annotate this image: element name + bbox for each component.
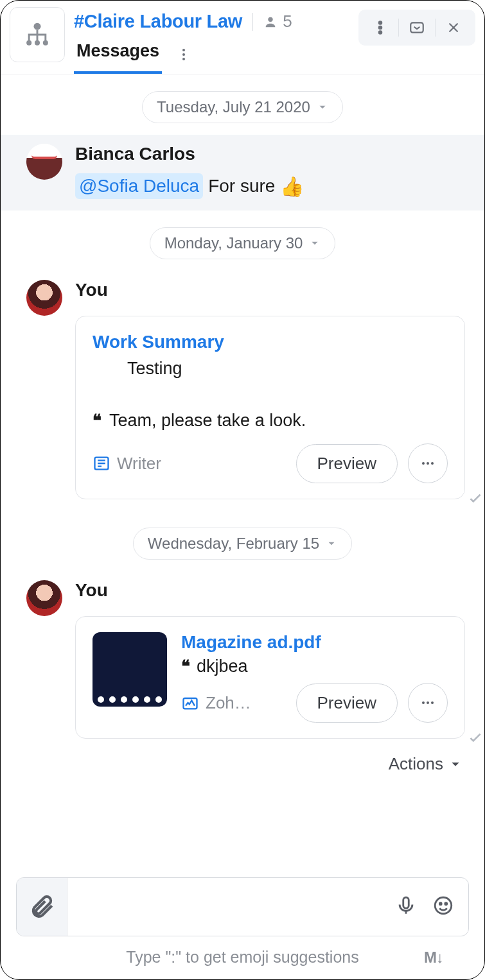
- attachment-more-button[interactable]: [408, 443, 448, 483]
- composer-area: Type ":" to get emoji suggestions M↓: [1, 877, 484, 979]
- svg-point-15: [431, 462, 434, 465]
- source-app-label[interactable]: Zoh…: [181, 693, 286, 713]
- avatar[interactable]: [26, 580, 62, 616]
- avatar[interactable]: [26, 144, 62, 180]
- vertical-dots-icon: [176, 47, 191, 62]
- markdown-toggle[interactable]: M↓: [424, 949, 443, 967]
- avatar[interactable]: [26, 280, 62, 316]
- person-icon: [263, 15, 278, 29]
- attachment-quote: ❝ dkjbea: [181, 657, 448, 676]
- preview-button[interactable]: Preview: [296, 444, 398, 483]
- voice-button[interactable]: [395, 895, 417, 919]
- date-label: Monday, January 30: [164, 234, 303, 252]
- horizontal-dots-icon: [420, 695, 436, 710]
- header-panel-button[interactable]: [399, 10, 435, 46]
- message-list: Tuesday, July 21 2020 Bianca Carlos @Sof…: [1, 74, 484, 877]
- smile-icon: [432, 895, 454, 916]
- svg-point-8: [379, 21, 382, 24]
- header-more-button[interactable]: [362, 10, 398, 46]
- attachment-quote: ❝ Team, please take a look.: [93, 411, 448, 431]
- close-button[interactable]: [436, 10, 472, 46]
- message-row: Bianca Carlos @Sofia Deluca For sure 👍: [1, 135, 484, 211]
- paperclip-icon: [28, 893, 55, 920]
- attachment-card: Magazine ad.pdf ❝ dkjbea Zoh… Preview: [75, 616, 465, 739]
- horizontal-dots-icon: [420, 456, 436, 471]
- member-count[interactable]: 5: [263, 12, 292, 31]
- org-hierarchy-icon: [23, 21, 51, 49]
- svg-point-4: [268, 17, 272, 21]
- thumbs-up-emoji: 👍: [280, 174, 304, 199]
- svg-point-1: [26, 40, 31, 46]
- zoho-app-icon: [181, 694, 199, 712]
- svg-point-10: [379, 31, 382, 33]
- source-app-label[interactable]: Writer: [93, 454, 286, 474]
- svg-point-3: [43, 40, 48, 46]
- attachment-line: Testing: [93, 359, 448, 379]
- date-label: Tuesday, July 21 2020: [157, 98, 310, 116]
- message-author[interactable]: You: [75, 580, 465, 601]
- svg-point-0: [34, 23, 41, 30]
- message-author[interactable]: You: [75, 280, 465, 300]
- preview-button[interactable]: Preview: [296, 683, 398, 723]
- chat-header: #Claire Labour Law 5 Messages: [1, 1, 484, 74]
- quote-text: dkjbea: [197, 657, 248, 676]
- svg-rect-11: [410, 22, 423, 32]
- message-text: @Sofia Deluca For sure 👍: [75, 173, 465, 199]
- svg-point-7: [182, 58, 185, 60]
- svg-point-17: [422, 701, 425, 704]
- delivered-check-icon: [467, 729, 484, 748]
- chevron-down-icon: [448, 757, 463, 771]
- header-action-bar: [358, 10, 475, 46]
- tab-overflow-button[interactable]: [172, 43, 195, 66]
- panel-icon: [409, 19, 425, 36]
- message-row: You Magazine ad.pdf ❝ dkjbea: [1, 571, 484, 750]
- date-separator[interactable]: Tuesday, July 21 2020: [142, 91, 343, 123]
- message-author[interactable]: Bianca Carlos: [75, 144, 465, 164]
- svg-point-13: [422, 462, 425, 465]
- close-icon: [445, 19, 462, 36]
- microphone-icon: [395, 895, 417, 916]
- svg-point-19: [431, 701, 434, 704]
- quote-text: Team, please take a look.: [109, 411, 306, 431]
- divider: [252, 13, 253, 31]
- message-text-body: For sure: [208, 175, 275, 198]
- date-separator[interactable]: Monday, January 30: [150, 227, 336, 259]
- vertical-dots-icon: [372, 19, 389, 36]
- svg-point-21: [435, 897, 452, 914]
- composer-hint: Type ":" to get emoji suggestions: [126, 948, 358, 967]
- mention[interactable]: @Sofia Deluca: [75, 173, 203, 199]
- attachment-title[interactable]: Work Summary: [93, 332, 448, 352]
- svg-point-5: [182, 49, 185, 51]
- svg-point-23: [445, 903, 447, 905]
- attach-button[interactable]: [17, 878, 67, 936]
- channel-title[interactable]: #Claire Labour Law: [74, 11, 242, 32]
- message-row: You Work Summary Testing ❝ Team, please …: [1, 271, 484, 511]
- svg-point-18: [427, 701, 429, 704]
- date-label: Wednesday, February 15: [148, 535, 319, 553]
- svg-point-6: [182, 53, 185, 56]
- svg-point-14: [427, 462, 429, 465]
- svg-rect-20: [403, 897, 409, 908]
- quote-icon: ❝: [93, 411, 101, 431]
- chevron-down-icon: [309, 237, 321, 249]
- attachment-title[interactable]: Magazine ad.pdf: [181, 632, 448, 653]
- attachment-more-button[interactable]: [408, 683, 448, 723]
- message-composer: [16, 877, 469, 936]
- delivered-check-icon: [467, 490, 484, 509]
- svg-point-22: [439, 903, 441, 905]
- attachment-card: Work Summary Testing ❝ Team, please take…: [75, 316, 465, 499]
- svg-point-2: [35, 40, 40, 46]
- date-separator[interactable]: Wednesday, February 15: [133, 528, 352, 560]
- workspace-icon-button[interactable]: [10, 7, 65, 62]
- chevron-down-icon: [326, 538, 337, 549]
- quote-icon: ❝: [181, 657, 190, 676]
- tab-messages[interactable]: Messages: [74, 35, 162, 74]
- member-count-value: 5: [283, 12, 292, 31]
- file-thumbnail[interactable]: [93, 632, 167, 707]
- chevron-down-icon: [317, 101, 328, 113]
- writer-app-icon: [93, 454, 110, 472]
- actions-label: Actions: [389, 754, 443, 774]
- svg-point-9: [379, 26, 382, 29]
- actions-dropdown[interactable]: Actions: [1, 750, 484, 779]
- emoji-button[interactable]: [432, 895, 454, 919]
